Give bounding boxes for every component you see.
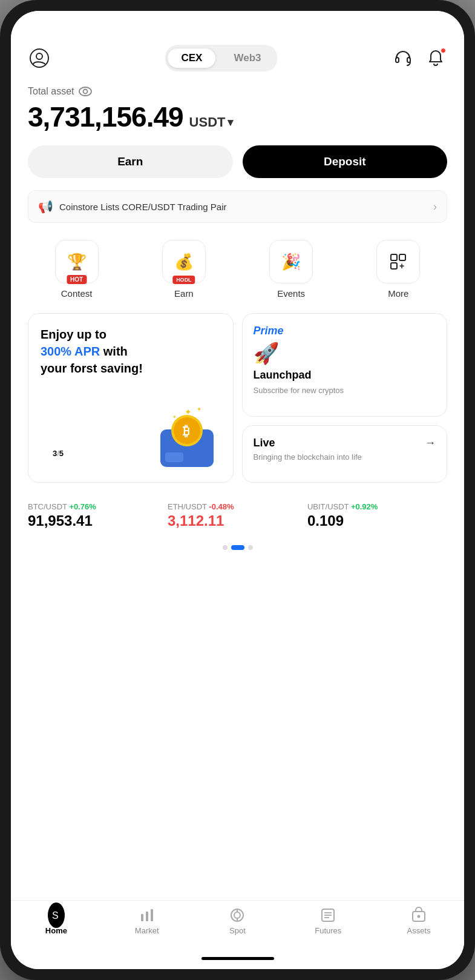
total-asset-text: Total asset bbox=[28, 86, 74, 97]
dot-3 bbox=[248, 545, 253, 550]
svg-text:+: + bbox=[399, 261, 404, 271]
eth-change: -0.48% bbox=[209, 502, 234, 511]
btc-price: 91,953.41 bbox=[28, 512, 160, 529]
apr-highlight: 300% APR bbox=[41, 345, 100, 358]
assets-label: Assets bbox=[407, 926, 431, 935]
contest-label: Contest bbox=[61, 288, 93, 299]
assets-icon bbox=[410, 907, 427, 924]
hodl-badge: HODL bbox=[172, 276, 195, 284]
nav-market[interactable]: Market bbox=[102, 907, 192, 935]
header-icons bbox=[391, 47, 447, 70]
spot-icon bbox=[229, 907, 246, 924]
asset-currency: USDT ▾ bbox=[189, 114, 234, 130]
svg-point-4 bbox=[79, 87, 91, 96]
svg-text:S: S bbox=[52, 910, 59, 921]
svg-rect-21 bbox=[151, 909, 153, 921]
quick-action-events[interactable]: 🎉 Events bbox=[269, 240, 313, 299]
more-grid-icon: + bbox=[389, 253, 407, 271]
tab-web3[interactable]: Web3 bbox=[220, 48, 274, 68]
btc-change: +0.76% bbox=[69, 502, 96, 511]
notification-dot bbox=[441, 48, 446, 53]
btc-pair-label: BTC/USDT +0.76% bbox=[28, 502, 160, 511]
launchpad-card[interactable]: Prime 🚀 Launchpad Subscribe for new cryp… bbox=[242, 313, 448, 417]
home-icon: S bbox=[48, 907, 65, 924]
profile-button[interactable] bbox=[28, 47, 51, 70]
launchpad-title: Launchpad bbox=[254, 369, 312, 382]
svg-text:✦: ✦ bbox=[197, 406, 201, 412]
quick-action-contest[interactable]: 🏆 HOT Contest bbox=[55, 240, 99, 299]
deposit-button[interactable]: Deposit bbox=[243, 145, 448, 178]
svg-text:✦: ✦ bbox=[172, 414, 177, 420]
svg-rect-6 bbox=[391, 254, 397, 260]
ticker-pagination-dots bbox=[11, 541, 464, 560]
asset-amount-display: 3,731,156.49 USDT ▾ bbox=[28, 101, 447, 133]
action-buttons: Earn Deposit bbox=[28, 145, 447, 178]
nav-assets[interactable]: Assets bbox=[373, 907, 464, 935]
ubit-change: +0.92% bbox=[351, 502, 378, 511]
events-label: Events bbox=[277, 288, 305, 299]
asset-label: Total asset bbox=[28, 86, 447, 97]
live-card[interactable]: Live → Bringing the blockchain into life bbox=[242, 425, 448, 483]
svg-rect-8 bbox=[391, 263, 397, 269]
live-title: Live bbox=[254, 437, 275, 449]
home-label: Home bbox=[45, 926, 67, 935]
nav-futures[interactable]: Futures bbox=[283, 907, 373, 935]
nav-spot[interactable]: Spot bbox=[192, 907, 283, 935]
support-button[interactable] bbox=[391, 47, 414, 70]
futures-label: Futures bbox=[315, 926, 341, 935]
prime-label: Prime bbox=[254, 325, 284, 337]
svg-rect-7 bbox=[399, 254, 405, 260]
svg-point-31 bbox=[418, 915, 421, 918]
spot-label: Spot bbox=[229, 926, 246, 935]
events-icon-container: 🎉 bbox=[269, 240, 313, 283]
svg-text:₿: ₿ bbox=[183, 423, 189, 439]
tab-cex[interactable]: CEX bbox=[168, 48, 215, 68]
eth-price: 3,112.11 bbox=[168, 512, 300, 529]
card-pagination: 3/5 bbox=[53, 449, 64, 458]
market-label: Market bbox=[135, 926, 159, 935]
live-arrow-icon: → bbox=[425, 437, 436, 449]
home-bar bbox=[201, 957, 274, 960]
more-icon-container: + bbox=[376, 240, 420, 283]
cards-section: Enjoy up to 300% APR withyour forst savi… bbox=[11, 313, 464, 495]
more-label: More bbox=[388, 288, 408, 299]
notification-button[interactable] bbox=[424, 47, 447, 70]
nav-home[interactable]: S Home bbox=[11, 907, 102, 935]
quick-action-earn[interactable]: 💰 HODL Earn bbox=[162, 240, 206, 299]
ubit-price: 0.109 bbox=[307, 512, 440, 529]
ticker-btc[interactable]: BTC/USDT +0.76% 91,953.41 bbox=[28, 502, 168, 529]
eye-icon[interactable] bbox=[79, 87, 92, 96]
announcement-text: Coinstore Lists CORE/USDT Trading Pair bbox=[59, 202, 226, 212]
ubit-pair-label: UBIT/USDT +0.92% bbox=[307, 502, 440, 511]
announcement-banner[interactable]: 📢 Coinstore Lists CORE/USDT Trading Pair… bbox=[28, 190, 447, 223]
ticker-eth[interactable]: ETH/USDT -0.48% 3,112.11 bbox=[168, 502, 307, 529]
savings-card[interactable]: Enjoy up to 300% APR withyour forst savi… bbox=[28, 313, 234, 483]
eth-pair-label: ETH/USDT -0.48% bbox=[168, 502, 300, 511]
svg-point-23 bbox=[234, 912, 240, 918]
home-indicator bbox=[11, 947, 464, 969]
asset-number: 3,731,156.49 bbox=[28, 101, 183, 133]
announcement-content: 📢 Coinstore Lists CORE/USDT Trading Pair bbox=[38, 199, 226, 214]
dot-2 bbox=[231, 545, 244, 550]
earn-icon-container: 💰 HODL bbox=[162, 240, 206, 283]
ticker-ubit[interactable]: UBIT/USDT +0.92% 0.109 bbox=[307, 502, 447, 529]
content-scroll: CEX Web3 bbox=[11, 38, 464, 900]
svg-rect-3 bbox=[407, 58, 410, 62]
svg-rect-2 bbox=[396, 58, 399, 62]
hot-badge: HOT bbox=[67, 275, 87, 284]
contest-icon-container: 🏆 HOT bbox=[55, 240, 99, 283]
header-tab-group: CEX Web3 bbox=[165, 45, 277, 71]
quick-action-more[interactable]: + More bbox=[376, 240, 420, 299]
asset-section: Total asset 3,731,156.49 USDT ▾ Earn Dep bbox=[11, 81, 464, 190]
live-card-header: Live → bbox=[254, 437, 436, 449]
svg-point-1 bbox=[36, 53, 42, 59]
savings-card-text: Enjoy up to 300% APR withyour forst savi… bbox=[41, 326, 221, 377]
earn-button[interactable]: Earn bbox=[28, 145, 233, 178]
svg-rect-20 bbox=[146, 912, 148, 921]
chevron-right-icon: › bbox=[433, 200, 437, 213]
live-desc: Bringing the blockchain into life bbox=[254, 452, 436, 463]
bitcoin-wallet-illustration: ✦ ✦ ✦ ₿ bbox=[154, 406, 221, 470]
rocket-icon: 🚀 bbox=[254, 341, 279, 365]
svg-rect-19 bbox=[141, 914, 143, 921]
header: CEX Web3 bbox=[11, 38, 464, 81]
